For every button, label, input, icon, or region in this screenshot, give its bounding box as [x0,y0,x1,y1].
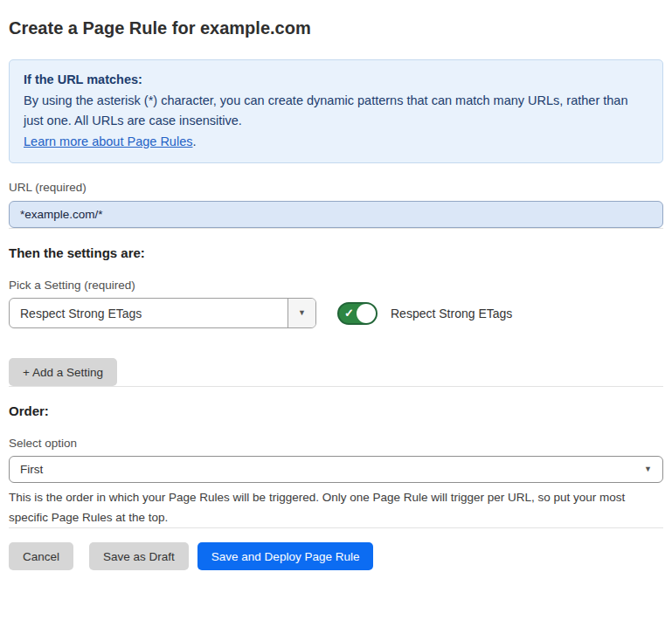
pick-setting-label: Pick a Setting (required) [9,278,663,293]
info-callout-body: By using the asterisk (*) character, you… [24,91,648,132]
setting-dropdown-value: Respect Strong ETags [10,299,288,327]
divider-footer [9,527,663,528]
link-period: . [192,134,196,148]
order-select[interactable]: First ▼ [9,456,663,483]
chevron-down-icon: ▼ [298,309,306,317]
order-section-heading: Order: [9,403,663,419]
divider-settings-order [9,386,663,387]
save-and-deploy-button[interactable]: Save and Deploy Page Rule [197,542,374,570]
url-match-info-callout: If the URL matches: By using the asteris… [9,59,663,163]
divider-url-settings [9,228,663,229]
setting-dropdown-arrow-button[interactable]: ▼ [288,299,315,327]
settings-section-heading: Then the settings are: [9,245,663,261]
setting-dropdown[interactable]: Respect Strong ETags ▼ [9,298,316,328]
order-select-label: Select option [9,436,663,451]
url-field-label: URL (required) [9,180,663,195]
order-help-text: This is the order in which your Page Rul… [9,487,663,527]
page-title: Create a Page Rule for example.com [9,17,663,38]
url-input[interactable] [9,201,663,228]
order-select-value: First [20,463,644,476]
cancel-button[interactable]: Cancel [9,542,73,570]
respect-strong-etags-toggle[interactable]: ✓ [337,302,378,325]
info-callout-link-line: Learn more about Page Rules. [24,132,648,153]
page-rule-form: Create a Page Rule for example.com If th… [0,0,672,570]
footer-actions: Cancel Save as Draft Save and Deploy Pag… [9,542,663,570]
info-callout-heading: If the URL matches: [24,70,648,91]
check-icon: ✓ [344,307,354,320]
setting-picker-row: Respect Strong ETags ▼ ✓ Respect Strong … [9,298,663,328]
add-setting-button[interactable]: + Add a Setting [9,358,117,386]
chevron-down-icon: ▼ [644,465,652,473]
toggle-knob [357,304,376,323]
learn-more-link[interactable]: Learn more about Page Rules [24,134,192,148]
save-as-draft-button[interactable]: Save as Draft [89,542,189,570]
toggle-label: Respect Strong ETags [391,307,512,320]
